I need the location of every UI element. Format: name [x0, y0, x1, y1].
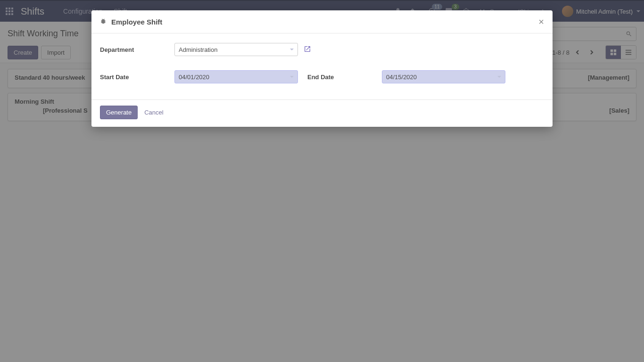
label-department: Department: [100, 46, 174, 53]
chevron-down-icon: [290, 76, 294, 78]
start-date-input[interactable]: 04/01/2020: [174, 70, 298, 83]
label-end-date: End Date: [307, 74, 382, 81]
end-date-input[interactable]: 04/15/2020: [382, 70, 505, 83]
chevron-down-icon: [290, 49, 294, 50]
department-select[interactable]: Administration: [174, 43, 298, 56]
generate-button[interactable]: Generate: [100, 106, 138, 119]
department-value: Administration: [179, 46, 217, 53]
close-icon[interactable]: ×: [538, 17, 544, 26]
employee-shift-dialog: Employee Shift × Department Administrati…: [91, 10, 553, 127]
modal-header: Employee Shift ×: [91, 10, 553, 33]
modal-title: Employee Shift: [111, 18, 162, 26]
bug-icon[interactable]: [100, 18, 111, 26]
external-link-icon[interactable]: [304, 45, 311, 54]
modal-footer: Generate Cancel: [91, 100, 553, 127]
modal-body: Department Administration Start Date 04/…: [91, 33, 553, 100]
label-start-date: Start Date: [100, 74, 174, 81]
start-date-value: 04/01/2020: [179, 74, 209, 81]
end-date-value: 04/15/2020: [386, 74, 417, 81]
cancel-button[interactable]: Cancel: [144, 109, 163, 116]
chevron-down-icon: [497, 76, 501, 78]
